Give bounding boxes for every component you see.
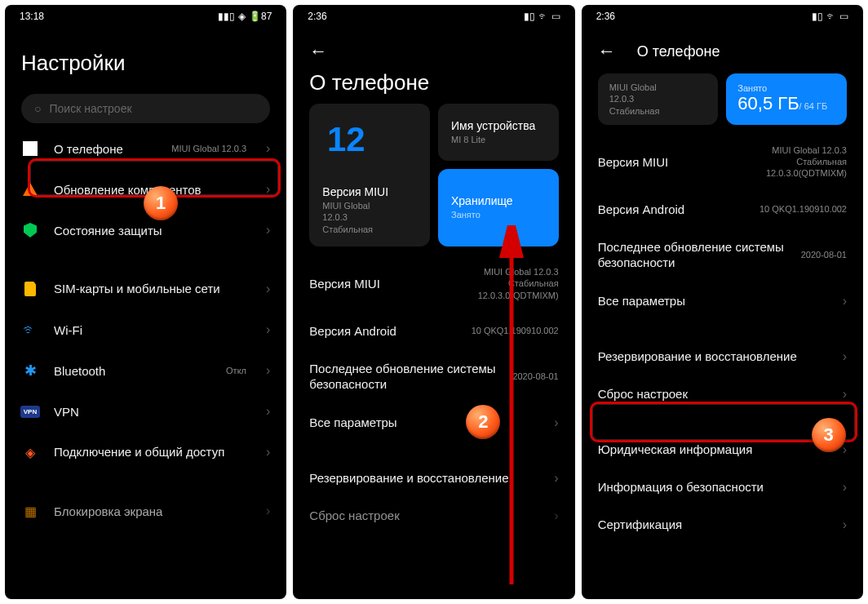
share-icon: ◈ — [21, 443, 39, 461]
battery-icon: 🔋87 — [249, 11, 272, 22]
item-about-phone[interactable]: О телефоне MIUI Global 12.0.3 › — [5, 128, 286, 169]
back-button[interactable]: ← — [309, 41, 327, 62]
chevron-right-icon: › — [266, 445, 270, 460]
row-all-params[interactable]: Все параметры › — [582, 282, 863, 320]
chevron-right-icon: › — [843, 387, 847, 402]
status-icons: ▮▯ ᯤ ▭ — [524, 11, 560, 22]
page-header: ← О телефоне — [582, 28, 863, 70]
row-factory-reset[interactable]: Сброс настроек › — [582, 375, 863, 413]
chevron-right-icon: › — [266, 223, 270, 238]
status-bar: 2:36 ▮▯ ᯤ ▭ — [582, 5, 863, 28]
page-title: О телефоне — [637, 43, 720, 60]
chevron-right-icon: › — [843, 480, 847, 495]
chevron-right-icon: › — [843, 294, 847, 309]
wifi-icon: ◈ — [238, 11, 246, 22]
chevron-right-icon: › — [266, 363, 270, 378]
about-icon — [21, 140, 39, 158]
card-device-name[interactable]: Имя устройства MI 8 Lite — [438, 104, 559, 161]
search-input[interactable]: ○ Поиск настроек — [21, 94, 270, 123]
item-wifi[interactable]: ᯤ Wi-Fi › — [5, 309, 286, 350]
chevron-right-icon: › — [554, 471, 558, 486]
page-title: О телефоне — [309, 70, 429, 95]
search-icon: ○ — [34, 102, 41, 115]
bluetooth-icon: ✱ — [21, 362, 39, 380]
status-bar: 13:18 ▮▮▯ ◈ 🔋87 — [5, 5, 286, 28]
item-sim[interactable]: SIM-карты и мобильные сети › — [5, 269, 286, 309]
back-button[interactable]: ← — [598, 41, 616, 62]
item-vpn[interactable]: VPN VPN › — [5, 391, 286, 432]
vpn-icon: VPN — [21, 402, 39, 420]
wifi-icon: ᯤ — [826, 11, 836, 22]
about-list: Версия MIUI MIUI Global 12.0.3 Стабильна… — [582, 133, 863, 599]
row-all-params[interactable]: Все параметры › — [293, 404, 574, 442]
update-icon — [21, 180, 39, 198]
step-badge-3: 3 — [812, 418, 846, 452]
chevron-right-icon: › — [554, 415, 558, 430]
step-badge-1: 1 — [144, 186, 178, 220]
row-android-version[interactable]: Версия Android 10 QKQ1.190910.002 — [293, 313, 574, 349]
item-security-state[interactable]: Состояние защиты › — [5, 210, 286, 251]
item-bluetooth[interactable]: ✱ Bluetooth Откл › — [5, 350, 286, 391]
lock-icon: ▦ — [21, 502, 39, 520]
status-icons: ▮▯ ᯤ ▭ — [812, 11, 848, 22]
status-bar: 2:36 ▮▯ ᯤ ▭ — [293, 5, 574, 28]
page-header: Настройки — [5, 28, 286, 86]
svg-text:12: 12 — [327, 120, 365, 158]
row-security-patch[interactable]: Последнее обновление системы безопасност… — [582, 228, 863, 282]
page-title: Настройки — [21, 51, 126, 76]
search-placeholder: Поиск настроек — [49, 102, 131, 115]
row-miui-version[interactable]: Версия MIUI MIUI Global 12.0.3 Стабильна… — [293, 255, 574, 313]
page-header: ← — [293, 28, 574, 70]
item-lockscreen[interactable]: ▦ Блокировка экрана › — [5, 491, 286, 531]
chevron-right-icon: › — [266, 282, 270, 296]
status-time: 2:36 — [308, 11, 326, 22]
signal-icon: ▮▯ — [812, 11, 823, 22]
wifi-icon: ᯤ — [538, 11, 548, 22]
phone-screen-settings: 13:18 ▮▮▯ ◈ 🔋87 Настройки ○ Поиск настро… — [5, 5, 286, 599]
signal-icon: ▮▯ — [524, 11, 535, 22]
row-miui-version[interactable]: Версия MIUI MIUI Global 12.0.3 Стабильна… — [582, 133, 863, 191]
sim-icon — [21, 280, 39, 298]
row-backup-restore[interactable]: Резервирование и восстановление › — [582, 338, 863, 375]
signal-icon: ▮▮▯ — [218, 11, 235, 22]
card-storage[interactable]: Хранилище Занято — [438, 169, 559, 246]
about-list: Версия MIUI MIUI Global 12.0.3 Стабильна… — [293, 255, 574, 599]
chevron-right-icon: › — [266, 182, 270, 197]
phone-screen-about: 2:36 ▮▯ ᯤ ▭ ← О телефоне 12 Версия MIUI … — [293, 5, 574, 599]
phone-screen-about-scrolled: 2:36 ▮▯ ᯤ ▭ ← О телефоне MIUI Global 12.… — [582, 5, 863, 599]
chevron-right-icon: › — [266, 322, 270, 337]
battery-icon: ▭ — [551, 11, 560, 22]
row-android-version[interactable]: Версия Android 10 QKQ1.190910.002 — [582, 191, 863, 228]
battery-icon: ▭ — [839, 11, 848, 22]
info-cards: 12 Версия MIUI MIUI Global 12.0.3 Стабил… — [293, 104, 574, 246]
row-security-patch[interactable]: Последнее обновление системы безопасност… — [293, 349, 574, 404]
chevron-right-icon: › — [266, 504, 270, 518]
chevron-right-icon: › — [843, 349, 847, 364]
status-time: 13:18 — [20, 11, 44, 22]
shield-icon — [21, 221, 39, 239]
chevron-right-icon: › — [554, 509, 558, 523]
item-tethering[interactable]: ◈ Подключение и общий доступ › — [5, 432, 286, 473]
page-title-row: О телефоне — [293, 70, 574, 104]
row-factory-reset[interactable]: Сброс настроек › — [293, 497, 574, 535]
info-cards-compact: MIUI Global 12.0.3 Стабильная Занято 60,… — [582, 70, 863, 133]
status-icons: ▮▮▯ ◈ 🔋87 — [218, 11, 272, 22]
wifi-icon: ᯤ — [21, 321, 39, 339]
card-miui-version[interactable]: 12 Версия MIUI MIUI Global 12.0.3 Стабил… — [309, 104, 430, 246]
status-time: 2:36 — [596, 11, 615, 22]
card-storage[interactable]: Занято 60,5 ГБ/ 64 ГБ — [726, 73, 847, 125]
miui12-logo-icon: 12 — [321, 115, 370, 164]
chevron-right-icon: › — [266, 404, 270, 419]
chevron-right-icon: › — [843, 517, 847, 532]
row-backup-restore[interactable]: Резервирование и восстановление › — [293, 460, 574, 497]
card-miui-mini[interactable]: MIUI Global 12.0.3 Стабильная — [598, 73, 719, 125]
row-certification[interactable]: Сертификация › — [582, 506, 863, 544]
chevron-right-icon: › — [266, 141, 270, 156]
row-security-info[interactable]: Информация о безопасности › — [582, 469, 863, 506]
